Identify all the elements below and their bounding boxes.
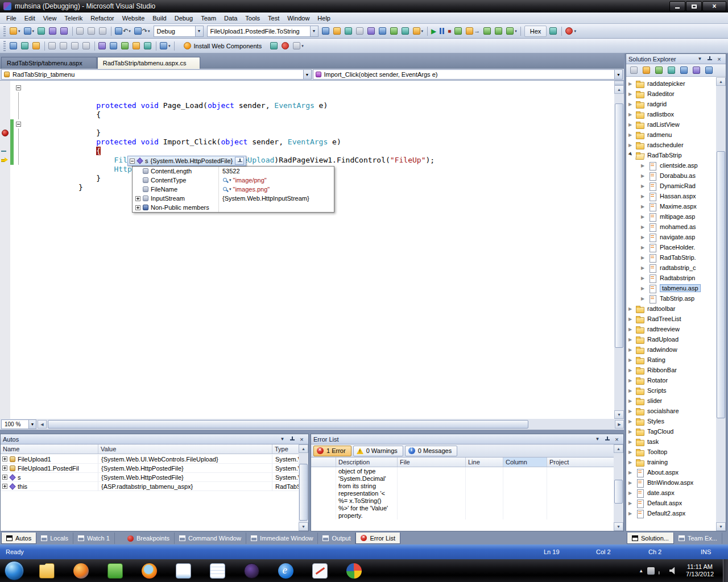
tool-window-tab[interactable]: Breakpoints [123, 533, 175, 544]
tree-item-label[interactable]: tabmenu.asp [660, 284, 701, 292]
tree-item[interactable]: ▶ clientside.asp [626, 160, 726, 171]
filter-toggle-button[interactable]: 1 Error [313, 446, 351, 456]
code-text[interactable]: } [23, 165, 88, 174]
tree-item[interactable]: ▶ Scripts [626, 385, 726, 396]
tree-expander-icon[interactable]: ▶ [628, 398, 636, 404]
code-area[interactable]: protected void Page_Load(object sender, … [0, 83, 614, 174]
tree-item-label[interactable]: TagCloud [647, 428, 673, 435]
scroll-down-icon[interactable]: ▼ [614, 410, 624, 419]
tree-item-label[interactable]: date.aspx [647, 489, 675, 496]
outlining-margin[interactable] [14, 156, 23, 165]
command-window-icon[interactable]: ▾ [388, 26, 400, 37]
column-header[interactable]: Line [466, 458, 503, 467]
outlining-margin[interactable] [14, 101, 23, 110]
watch-row[interactable]: s {System.Web.HttpPostedFile} System.W [1, 473, 299, 482]
windows-explorer-icon[interactable] [39, 563, 55, 579]
tree-item-label[interactable]: socialshare [647, 408, 679, 414]
menu-item[interactable]: Debug [171, 14, 197, 23]
pin-icon[interactable] [705, 55, 714, 63]
restart-icon[interactable]: ▾ [453, 26, 464, 37]
tree-item[interactable]: ▶ raddatepicker [626, 78, 726, 89]
tree-item[interactable]: ▶ Rotator [626, 375, 726, 385]
visualizer-chevron-icon[interactable]: ▾ [229, 178, 231, 182]
tree-item[interactable]: ▶ radtabstrip_c [626, 263, 726, 273]
tree-item-label[interactable]: RadTreeList [647, 315, 681, 322]
scrollbar-thumb[interactable] [299, 464, 308, 521]
tree-item-label[interactable]: radgrid [647, 101, 667, 107]
column-header[interactable]: Description [336, 458, 398, 467]
tree-item[interactable]: ▶ radscheduler [626, 140, 726, 150]
refresh-icon[interactable] [653, 65, 664, 76]
tree-item-label[interactable]: Styles [647, 418, 664, 425]
toolbar-options-icon[interactable]: ▾ [291, 40, 305, 52]
code-text[interactable]: } [23, 110, 101, 119]
start-page-icon[interactable]: ▾ [400, 26, 411, 37]
outlining-margin[interactable] [14, 119, 23, 128]
tree-item-label[interactable]: Default.aspx [647, 500, 682, 506]
tree-item[interactable]: ▶ radlistbox [626, 109, 726, 119]
tool-window-tab[interactable]: Output [318, 533, 355, 544]
indicator-margin[interactable] [0, 119, 10, 128]
outlining-margin[interactable] [14, 110, 23, 119]
document-tab[interactable]: RadTabStrip/tabmenu.aspx.cs [97, 57, 201, 69]
collapse-icon[interactable] [16, 122, 21, 127]
tree-expander-icon[interactable]: ▶ [628, 429, 636, 434]
code-text[interactable]: { [23, 92, 101, 101]
outlining-margin[interactable] [14, 165, 23, 174]
tree-item-label[interactable]: radmenu [647, 131, 672, 138]
tree-expander-icon[interactable]: ▶ [628, 357, 636, 363]
taskbar-app-button[interactable] [98, 559, 132, 582]
break-all-icon[interactable]: ▾ [438, 26, 446, 37]
tree-item[interactable]: ▶ radwindow [626, 344, 726, 355]
scroll-left-icon[interactable]: ◀ [38, 420, 47, 429]
scroll-right-icon[interactable]: ▶ [615, 420, 624, 429]
tree-expander-icon[interactable]: ▶ [628, 347, 636, 352]
internet-explorer-icon[interactable] [278, 563, 293, 579]
tree-item-label[interactable]: raddatepicker [647, 80, 685, 87]
menu-item[interactable]: View [39, 14, 61, 23]
install-web-components-button[interactable]: Install Web Components [179, 40, 267, 52]
tool-window-tab[interactable]: Immediate Window [246, 533, 318, 544]
network-icon[interactable] [659, 567, 661, 575]
horizontal-scrollbar[interactable] [47, 420, 605, 429]
tool-window-tab[interactable]: Command Window [175, 533, 246, 544]
indicator-margin[interactable] [0, 83, 10, 92]
scroll-up-icon[interactable]: ▲ [614, 85, 624, 94]
datatip-member-row[interactable]: ContentType ▾ "image/png" [133, 176, 334, 185]
outlining-margin[interactable] [14, 138, 23, 147]
tree-item[interactable]: ▶ DynamicRad [626, 181, 726, 191]
tree-item-label[interactable]: radtreeview [647, 326, 680, 332]
tree-expander-icon[interactable]: ▶ [628, 490, 636, 496]
editor-splitter-handle[interactable] [614, 81, 624, 85]
scrollbar-thumb[interactable] [48, 420, 528, 429]
editor-vertical-scrollbar[interactable]: ▲ ▼ [614, 81, 624, 419]
add-new-item-icon[interactable]: ▾ [22, 26, 36, 37]
watch-row[interactable]: FileUpload1 {System.Web.UI.WebControls.F… [1, 455, 299, 464]
taskbar-app-button[interactable] [166, 559, 200, 582]
css-properties-icon[interactable]: ▾ [108, 40, 119, 52]
tree-item-label[interactable]: radtoolbar [647, 305, 676, 312]
tree-expander-icon[interactable]: ▶ [641, 184, 648, 189]
hex-toggle-button[interactable]: Hex [524, 26, 547, 37]
taskbar-app-button[interactable] [234, 559, 268, 582]
window-position-chevron-icon[interactable]: ▼ [593, 435, 602, 443]
view-code-icon[interactable] [679, 65, 689, 76]
nest-related-files-icon[interactable] [666, 65, 677, 76]
show-all-files-icon[interactable] [641, 65, 652, 76]
scroll-up-icon[interactable]: ▲ [614, 444, 623, 453]
tree-item-label[interactable]: radtabstrip_c [660, 264, 696, 271]
code-line[interactable]: protected void Import_Click(object sende… [0, 119, 614, 128]
tree-item-label[interactable]: radlistbox [647, 111, 674, 118]
save-icon[interactable]: ▾ [47, 26, 59, 37]
tree-item-label[interactable]: radwindow [647, 346, 677, 353]
solution-explorer-scrollbar[interactable]: ▲ ▼ [716, 77, 726, 531]
zoom-combo[interactable]: 100 % ▼ [1, 419, 36, 429]
tree-expander-icon[interactable]: ▶ [628, 327, 636, 332]
tree-expander-icon[interactable]: ▶ [628, 378, 636, 383]
column-header[interactable]: File [398, 458, 466, 467]
openoffice-writer-icon[interactable] [176, 563, 191, 579]
toolbox-icon[interactable]: ▾ [354, 26, 366, 37]
tree-item-label[interactable]: training [647, 459, 668, 465]
tree-item-label[interactable]: Radtabstripn [660, 275, 695, 281]
tree-item[interactable]: ▶ TabStrip.asp [626, 293, 726, 304]
